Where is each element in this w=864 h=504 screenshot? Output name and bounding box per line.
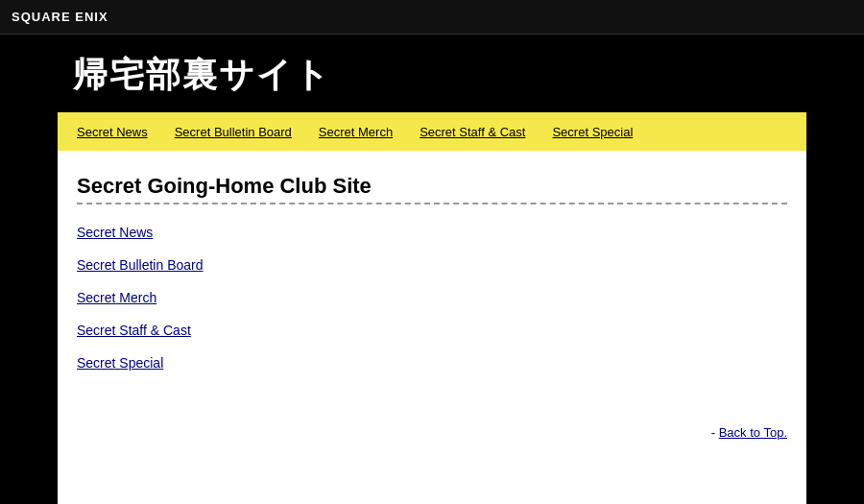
main-container: 帰宅部裏サイト Secret News Secret Bulletin Boar… (58, 35, 806, 504)
list-item: Secret Bulletin Board (77, 256, 787, 274)
link-secret-merch[interactable]: Secret Merch (77, 290, 156, 305)
square-enix-logo: SQUARE ENIX (12, 10, 108, 24)
nav-item-secret-bulletin-board[interactable]: Secret Bulletin Board (161, 125, 305, 139)
link-secret-bulletin-board[interactable]: Secret Bulletin Board (77, 257, 204, 273)
content-area: Secret Going-Home Club Site Secret News … (58, 151, 806, 406)
list-item: Secret Merch (77, 289, 787, 306)
list-item: Secret Special (77, 354, 787, 372)
list-item: Secret News (77, 224, 787, 241)
page-title: Secret Going-Home Club Site (77, 174, 787, 199)
nav-item-secret-special[interactable]: Secret Special (539, 125, 646, 139)
site-title-japanese: 帰宅部裏サイト (73, 52, 791, 99)
navigation-bar: Secret News Secret Bulletin Board Secret… (58, 112, 806, 151)
back-to-top-link[interactable]: Back to Top. (719, 425, 787, 440)
back-to-top-area: - Back to Top. (58, 406, 806, 449)
site-header: 帰宅部裏サイト (58, 35, 806, 112)
back-to-top-dash: - (711, 425, 719, 440)
links-list: Secret News Secret Bulletin Board Secret… (77, 224, 787, 372)
nav-item-secret-staff-cast[interactable]: Secret Staff & Cast (406, 125, 539, 139)
title-divider (77, 203, 787, 204)
link-secret-staff-cast[interactable]: Secret Staff & Cast (77, 323, 191, 338)
list-item: Secret Staff & Cast (77, 322, 787, 339)
nav-item-secret-merch[interactable]: Secret Merch (305, 125, 406, 139)
link-secret-news[interactable]: Secret News (77, 225, 153, 240)
link-secret-special[interactable]: Secret Special (77, 355, 163, 371)
nav-item-secret-news[interactable]: Secret News (63, 125, 161, 139)
top-bar: SQUARE ENIX (0, 0, 864, 35)
